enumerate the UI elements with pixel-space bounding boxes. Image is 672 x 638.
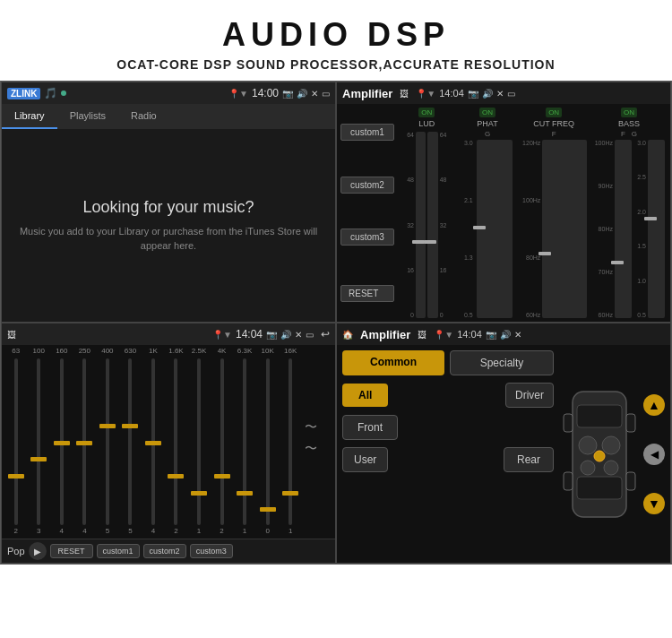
eq-on-bass: ON (621, 108, 637, 117)
svg-rect-8 (564, 414, 573, 432)
car-diagram-section: ▲ ◀ ▼ (559, 350, 665, 557)
zone-btn-rear[interactable]: Rear (504, 447, 554, 472)
fader-16k[interactable] (289, 358, 292, 525)
tab-playlists[interactable]: Playlists (57, 104, 118, 129)
svg-point-6 (604, 461, 618, 475)
svg-rect-1 (577, 405, 622, 427)
speaker-main-content: Common Specialty All Driver Front User R… (337, 345, 670, 563)
slider-phat[interactable] (477, 140, 513, 318)
page-subtitle: OCAT-CORE DSP SOUND PROCESSOR,ACCURATE R… (9, 57, 663, 72)
custom2-btn-eq[interactable]: custom2 (143, 544, 186, 558)
library-sub-text: Music you add to your Library or purchas… (11, 224, 326, 254)
slider-bass-g[interactable] (648, 140, 665, 318)
status-bar-library: ZLINK 🎵 📍▼ 14:00 📷 🔊 ✕ ▭ (2, 82, 335, 104)
fader-400[interactable] (106, 358, 109, 525)
status-bar-eq: 🖼 📍▼ 14:04 📷 🔊 ✕ ▭ ↩ (2, 323, 335, 345)
genre-label: Pop (7, 546, 25, 556)
panel-equalizer: 🖼 📍▼ 14:04 📷 🔊 ✕ ▭ ↩ 63 100 160 250 400 … (1, 323, 336, 564)
preset-type-row: Common Specialty (342, 350, 554, 375)
time-speaker: 14:04 (457, 329, 482, 340)
library-main-text: Looking for your music? (82, 198, 254, 217)
svg-rect-11 (626, 472, 635, 490)
time-library: 14:00 (252, 87, 279, 99)
fader-1-6k[interactable] (174, 358, 177, 525)
fader-250[interactable] (82, 358, 86, 525)
slider-cutfreq[interactable] (542, 140, 587, 318)
fader-10k[interactable] (266, 358, 270, 525)
nav-down-arrow[interactable]: ▼ (643, 493, 665, 514)
zone-btn-driver[interactable]: Driver (505, 383, 554, 408)
slider-lud-2[interactable] (427, 132, 437, 318)
fader-6-3k[interactable] (243, 358, 246, 525)
eq-label-cutfreq: CUT FREQ (533, 119, 574, 128)
svg-point-7 (594, 451, 605, 461)
nav-arrows-column: ▲ ◀ ▼ (643, 387, 665, 522)
eq-label-phat: PHAT (477, 119, 497, 128)
eq-on-cutfreq: ON (546, 108, 562, 117)
fader-63[interactable] (14, 358, 18, 525)
zone-row-user-rear: User Rear (342, 447, 554, 472)
eq-bottom-bar: Pop ▶ RESET custom1 custom2 custom3 (2, 539, 335, 563)
play-button[interactable]: ▶ (29, 542, 47, 560)
slider-bass-f[interactable] (615, 140, 632, 318)
svg-point-5 (581, 461, 595, 475)
svg-point-3 (579, 436, 597, 454)
fader-4k[interactable] (220, 358, 224, 525)
nav-up-arrow[interactable]: ▲ (643, 394, 665, 416)
eq-preset-custom3[interactable]: custom3 (340, 228, 394, 246)
svg-point-4 (602, 436, 620, 454)
eq-reset-button[interactable]: RESET (340, 285, 394, 302)
amplifier-title: Amplifier (342, 87, 392, 100)
eq-on-lud: ON (418, 108, 435, 117)
svg-rect-10 (564, 472, 573, 490)
tab-library[interactable]: Library (2, 104, 57, 129)
status-bar-speaker: 🏠 Amplifier 🖼 📍▼ 14:04 📷 🔊 ✕ (337, 323, 670, 345)
custom3-btn-eq[interactable]: custom3 (190, 544, 233, 558)
reset-button-eq[interactable]: RESET (50, 544, 93, 558)
page-title: AUDIO DSP (9, 16, 663, 54)
tab-radio[interactable]: Radio (118, 104, 169, 129)
eq-preset-custom2[interactable]: custom2 (340, 177, 394, 194)
zone-btn-all[interactable]: All (342, 384, 388, 407)
specialty-btn[interactable]: Specialty (450, 350, 554, 375)
eq-sublabels-bass: F G (621, 130, 637, 138)
slider-lud-1[interactable] (416, 132, 426, 318)
faders-area: 2 3 4 4 (2, 355, 335, 539)
svg-rect-9 (626, 414, 635, 432)
car-diagram (559, 387, 640, 522)
car-svg (559, 387, 640, 522)
time-eq: 14:04 (236, 328, 263, 341)
panel-amplifier: Amplifier 🖼 📍▼ 14:04 📷 🔊 ✕ ▭ custom1 cus… (336, 82, 671, 323)
fader-1k[interactable] (151, 358, 155, 525)
eq-on-phat: ON (479, 108, 495, 117)
eq-preset-custom1[interactable]: custom1 (340, 124, 394, 141)
header: AUDIO DSP OCAT-CORE DSP SOUND PROCESSOR,… (0, 0, 672, 81)
nav-left-arrow[interactable]: ◀ (643, 444, 665, 465)
custom1-btn-eq[interactable]: custom1 (97, 544, 140, 558)
fader-630[interactable] (128, 358, 132, 525)
common-btn[interactable]: Common (342, 350, 444, 375)
panel-library: ZLINK 🎵 📍▼ 14:00 📷 🔊 ✕ ▭ Library Playlis… (1, 82, 336, 323)
fader-100[interactable] (37, 358, 40, 525)
zone-btn-user[interactable]: User (342, 447, 388, 472)
speaker-title: Amplifier (360, 328, 410, 341)
zone-row-front: Front (342, 415, 554, 440)
library-tabs: Library Playlists Radio (2, 104, 335, 129)
eq-label-bass: BASS (618, 119, 640, 128)
status-bar-amplifier: Amplifier 🖼 📍▼ 14:04 📷 🔊 ✕ ▭ (337, 82, 670, 104)
waveform-icon-2: 〜 (305, 441, 332, 457)
zone-controls: Common Specialty All Driver Front User R… (342, 350, 554, 557)
eq-side-controls: 〜 〜 (305, 355, 332, 521)
zone-btn-front[interactable]: Front (342, 415, 398, 440)
time-amplifier: 14:04 (439, 88, 464, 99)
svg-rect-2 (577, 477, 622, 499)
eq-sublabel-cutfreq: F (552, 130, 556, 138)
fader-2-5k[interactable] (197, 358, 201, 525)
app-name-zlink: ZLINK (7, 88, 40, 99)
zone-row-all-driver: All Driver (342, 383, 554, 408)
freq-labels-row: 63 100 160 250 400 630 1K 1.6K 2.5K 4K 6… (2, 345, 335, 355)
fader-160[interactable] (60, 358, 64, 525)
waveform-icon-1: 〜 (305, 419, 332, 435)
eq-label-lud: LUD (418, 119, 435, 128)
panel-speaker: 🏠 Amplifier 🖼 📍▼ 14:04 📷 🔊 ✕ Common Spec… (336, 323, 671, 564)
